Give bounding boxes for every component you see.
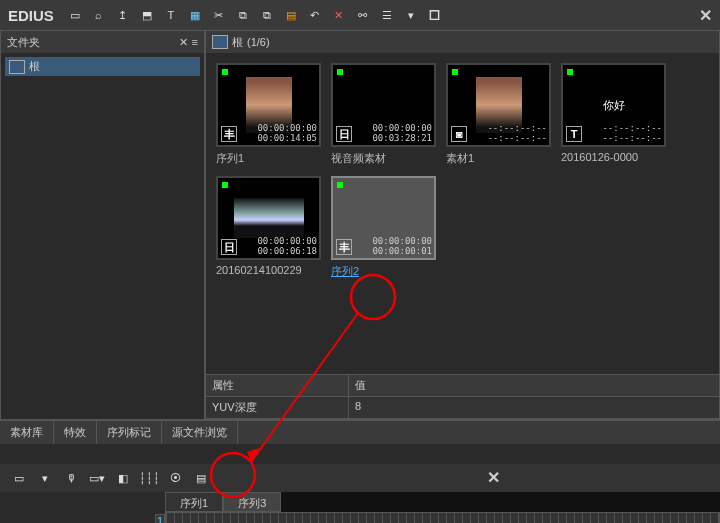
status-dot: [222, 182, 228, 188]
clip-label[interactable]: 视音频素材: [331, 151, 436, 166]
clip-timecode: 00:00:00:0000:00:00:01: [372, 236, 432, 256]
scissors-icon[interactable]: ✂: [210, 6, 228, 24]
clip-thumbnail: 你好T--:--:--:----:--:--:--: [561, 63, 666, 147]
bin-header: 根 (1/6): [206, 31, 719, 53]
main-area: 文件夹 ✕ ≡ 根 根 (1/6) 丰00:00:00:0000:00:14:0…: [0, 30, 720, 420]
in-icon[interactable]: ⬒: [138, 6, 156, 24]
toolbar-icons: ▭ ⌕ ↥ ⬒ T ▦ ✂ ⧉ ⧉ ▤ ↶ ✕ ⚯ ☰ ▾ 🞏: [66, 6, 444, 24]
status-dot: [567, 69, 573, 75]
monitor-icon[interactable]: ▭▾: [88, 469, 106, 487]
bottom-tabs: 素材库特效序列标记源文件浏览: [0, 420, 720, 444]
tree-item-label: 根: [29, 59, 40, 74]
search-icon[interactable]: ⌕: [90, 6, 108, 24]
clip-item[interactable]: 日00:00:00:0000:00:06:1820160214100229: [216, 176, 321, 279]
T-type-icon: T: [566, 126, 582, 142]
folder-panel-title: 文件夹: [7, 35, 40, 50]
clip-item[interactable]: 日00:00:00:0000:03:28:21视音频素材: [331, 63, 436, 166]
clip-icon[interactable]: ▭: [10, 469, 28, 487]
丰-type-icon: 丰: [336, 239, 352, 255]
clip-item[interactable]: 丰00:00:00:0000:00:00:01序列2: [331, 176, 436, 279]
paste-icon[interactable]: ⧉: [258, 6, 276, 24]
日-type-icon: 日: [336, 126, 352, 142]
copy-icon[interactable]: ⧉: [234, 6, 252, 24]
timeline-toolbar: ▭ ▾ 🎙 ▭▾ ◧ ┆┆┆ ⦿ ▤ ✕: [0, 464, 720, 492]
header-value: 值: [349, 375, 372, 396]
folder-icon: [9, 60, 25, 74]
layers-icon[interactable]: ▤: [282, 6, 300, 24]
text-tool-icon[interactable]: T: [162, 6, 180, 24]
clip-label[interactable]: 20160126-0000: [561, 151, 666, 163]
丰-type-icon: 丰: [221, 126, 237, 142]
header-attribute: 属性: [206, 375, 349, 396]
status-dot: [337, 69, 343, 75]
bottom-tab[interactable]: 源文件浏览: [162, 421, 238, 444]
link-icon[interactable]: ⚯: [354, 6, 372, 24]
timeline-close-icon[interactable]: ✕: [487, 468, 500, 487]
toggle-icon[interactable]: ◧: [114, 469, 132, 487]
timeline-tab[interactable]: 序列3: [223, 492, 281, 512]
separator: [0, 444, 720, 464]
日-type-icon: 日: [221, 239, 237, 255]
clip-thumbnail: 日00:00:00:0000:03:28:21: [331, 63, 436, 147]
close-icon[interactable]: ✕: [699, 6, 712, 25]
delete-icon[interactable]: ✕: [330, 6, 348, 24]
folder-panel-header: 文件夹 ✕ ≡: [1, 31, 204, 53]
clip-item[interactable]: 丰00:00:00:0000:00:14:05序列1: [216, 63, 321, 166]
app-brand: EDIUS: [8, 7, 54, 24]
clip-timecode: --:--:--:----:--:--:--: [602, 123, 662, 143]
ruler-marks: [166, 513, 719, 523]
panel-close-icon[interactable]: ✕: [179, 36, 188, 49]
clip-timecode: 00:00:00:0000:00:14:05: [257, 123, 317, 143]
clip-thumbnail: 丰00:00:00:0000:00:00:01: [331, 176, 436, 260]
clip-timecode: --:--:--:----:--:--:--: [487, 123, 547, 143]
camera-type-icon: ◙: [451, 126, 467, 142]
mic-icon[interactable]: 🎙: [62, 469, 80, 487]
dropdown-icon[interactable]: ▾: [36, 469, 54, 487]
properties-pane: 属性 值 YUV深度 8: [206, 374, 719, 419]
briefcase-icon[interactable]: 🞏: [426, 6, 444, 24]
bin-header-label: 根: [232, 35, 243, 50]
folder-icon: [212, 35, 228, 49]
clip-thumbnail: ◙--:--:--:----:--:--:--: [446, 63, 551, 147]
list-icon[interactable]: ▤: [192, 469, 210, 487]
clip-label[interactable]: 20160214100229: [216, 264, 321, 276]
clip-thumbnail: 丰00:00:00:0000:00:14:05: [216, 63, 321, 147]
track-number[interactable]: 1: [155, 514, 165, 523]
clip-label[interactable]: 素材1: [446, 151, 551, 166]
clip-thumbnail: 日00:00:00:0000:00:06:18: [216, 176, 321, 260]
color-swatch-icon[interactable]: ▦: [186, 6, 204, 24]
timeline-ruler[interactable]: 00:00:00:00 00:00:05:00 00:00:10:00: [165, 512, 720, 523]
clip-item[interactable]: ◙--:--:--:----:--:--:--素材1: [446, 63, 551, 166]
clip-overlay-text: 你好: [603, 98, 625, 113]
timeline-tab[interactable]: 序列1: [165, 492, 223, 512]
clip-timecode: 00:00:00:0000:00:06:18: [257, 236, 317, 256]
status-dot: [337, 182, 343, 188]
properties-header: 属性 值: [206, 375, 719, 397]
mixer-icon[interactable]: ┆┆┆: [140, 469, 158, 487]
folder-tree: 根: [1, 53, 204, 419]
bin-panel: 根 (1/6) 丰00:00:00:0000:00:14:05序列1日00:00…: [205, 30, 720, 420]
bottom-tab[interactable]: 特效: [54, 421, 97, 444]
bottom-tab[interactable]: 序列标记: [97, 421, 162, 444]
clip-label[interactable]: 序列1: [216, 151, 321, 166]
record-icon[interactable]: ⦿: [166, 469, 184, 487]
undo-icon[interactable]: ↶: [306, 6, 324, 24]
clip-label[interactable]: 序列2: [331, 264, 436, 279]
status-dot: [452, 69, 458, 75]
panel-menu-icon[interactable]: ≡: [192, 36, 198, 48]
up-icon[interactable]: ↥: [114, 6, 132, 24]
timeline-tabs: 序列1序列3: [165, 492, 720, 512]
property-value: 8: [349, 397, 367, 418]
clip-timecode: 00:00:00:0000:03:28:21: [372, 123, 432, 143]
clip-item[interactable]: 你好T--:--:--:----:--:--:--20160126-0000: [561, 63, 666, 166]
status-dot: [222, 69, 228, 75]
bottom-tab[interactable]: 素材库: [0, 421, 54, 444]
folder-icon[interactable]: ▭: [66, 6, 84, 24]
timeline-panel: ▭ ▾ 🎙 ▭▾ ◧ ┆┆┆ ⦿ ▤ ✕ 序列1序列3 1 00:00:00:0…: [0, 464, 720, 523]
list-icon[interactable]: ☰: [378, 6, 396, 24]
tree-root-item[interactable]: 根: [5, 57, 200, 76]
property-row: YUV深度 8: [206, 397, 719, 419]
bin-header-count: (1/6): [247, 36, 270, 48]
clip-grid: 丰00:00:00:0000:00:14:05序列1日00:00:00:0000…: [206, 53, 719, 374]
menu-icon[interactable]: ▾: [402, 6, 420, 24]
